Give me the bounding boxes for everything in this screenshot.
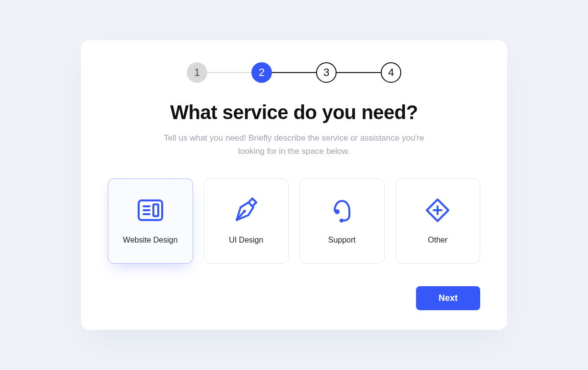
option-label: UI Design bbox=[229, 236, 263, 245]
option-support[interactable]: Support bbox=[299, 178, 385, 264]
headset-icon bbox=[329, 197, 355, 223]
option-ui-design[interactable]: UI Design bbox=[204, 178, 289, 264]
option-label: Other bbox=[428, 236, 447, 245]
page-title: What service do you need? bbox=[108, 101, 480, 123]
step-3[interactable]: 3 bbox=[316, 62, 337, 83]
svg-rect-4 bbox=[153, 204, 158, 216]
step-4[interactable]: 4 bbox=[381, 62, 401, 83]
step-2[interactable]: 2 bbox=[251, 62, 272, 83]
next-button[interactable]: Next bbox=[416, 286, 480, 310]
page-subtitle: Tell us what you need! Briefly describe … bbox=[157, 131, 431, 158]
diamond-plus-icon bbox=[425, 197, 450, 223]
step-connector bbox=[207, 72, 251, 73]
service-options: Website Design UI Design bbox=[108, 178, 480, 264]
layout-icon bbox=[138, 197, 163, 223]
option-label: Support bbox=[328, 236, 356, 245]
step-connector bbox=[272, 72, 316, 73]
stepper: 1 2 3 4 bbox=[108, 62, 480, 83]
svg-point-7 bbox=[335, 209, 340, 214]
wizard-footer: Next bbox=[108, 286, 480, 310]
step-1[interactable]: 1 bbox=[187, 62, 207, 83]
step-connector bbox=[337, 72, 381, 73]
option-label: Website Design bbox=[123, 236, 178, 245]
pen-nib-icon bbox=[233, 197, 259, 223]
option-other[interactable]: Other bbox=[395, 178, 481, 264]
wizard-card: 1 2 3 4 What service do you need? Tell u… bbox=[81, 40, 507, 330]
svg-point-8 bbox=[340, 219, 343, 222]
option-website-design[interactable]: Website Design bbox=[108, 178, 193, 264]
